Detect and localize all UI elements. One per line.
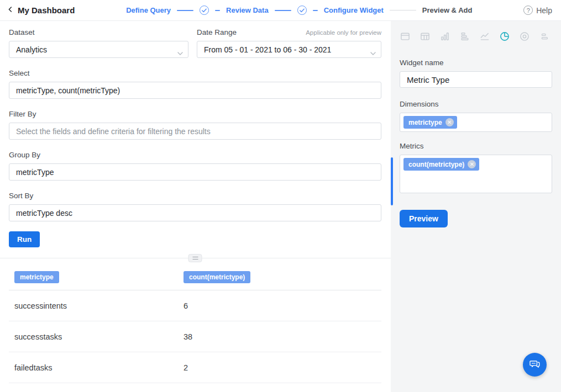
panel-scrollbar[interactable] <box>391 157 393 205</box>
app-header: My Dashboard Define Query Review Data Co… <box>0 0 561 21</box>
date-range-select[interactable]: From 05 - 01 - 2021 to 06 - 30 - 2021 <box>197 41 381 58</box>
chevron-down-icon <box>370 48 376 57</box>
group-by-input[interactable] <box>9 163 381 181</box>
metric-chip-label: count(metrictype) <box>408 161 464 168</box>
step-done-check-icon <box>297 6 307 15</box>
run-button[interactable]: Run <box>9 231 40 247</box>
step-done-check-icon <box>200 6 209 15</box>
widget-type-selector <box>400 31 552 42</box>
dimension-chip-label: metrictype <box>408 119 442 126</box>
date-range-value: From 05 - 01 - 2021 to 06 - 30 - 2021 <box>204 45 331 54</box>
widget-name-label: Widget name <box>400 59 552 67</box>
select-input[interactable] <box>9 82 381 99</box>
sort-by-input[interactable] <box>9 204 381 221</box>
chat-fab-button[interactable] <box>523 353 547 377</box>
table-row: failedtasks 2 <box>9 352 381 383</box>
stepper-connector <box>177 10 193 11</box>
cell-count: 38 <box>183 332 376 341</box>
stepper-connector <box>390 10 416 11</box>
table-row: successtasks 38 <box>9 321 381 352</box>
query-builder-panel: Dataset Analytics Date Range Applicable … <box>0 21 391 392</box>
cell-metrictype: successtasks <box>14 332 183 341</box>
column-chip-count: count(metrictype) <box>183 271 250 283</box>
help-button[interactable]: ? Help <box>523 6 552 15</box>
funnel-chart-widget-icon[interactable] <box>539 31 550 42</box>
dimensions-box[interactable]: metrictype ✕ <box>400 113 552 132</box>
filter-by-input[interactable] <box>9 123 381 140</box>
widget-name-input[interactable] <box>400 71 552 88</box>
cell-metrictype: failedtasks <box>14 363 183 372</box>
card-widget-icon[interactable] <box>400 31 411 42</box>
dataset-label: Dataset <box>9 28 188 36</box>
table-row: failedintents 10 <box>9 383 381 392</box>
wizard-stepper: Define Query Review Data Configure Widge… <box>75 6 523 15</box>
group-by-label: Group By <box>9 151 381 159</box>
dataset-select[interactable]: Analytics <box>9 41 188 58</box>
stepper-connector <box>313 10 318 11</box>
cell-metrictype: successintents <box>14 301 183 310</box>
filter-by-label: Filter By <box>9 110 381 118</box>
bar-chart-widget-icon[interactable] <box>439 31 450 42</box>
table-widget-icon[interactable] <box>420 31 431 42</box>
step-define-query[interactable]: Define Query <box>126 6 171 14</box>
pie-chart-widget-icon[interactable] <box>499 31 510 42</box>
chevron-down-icon <box>177 48 183 57</box>
preview-button[interactable]: Preview <box>400 210 448 227</box>
widget-config-panel: Widget name Dimensions metrictype ✕ Metr… <box>391 21 561 392</box>
select-label: Select <box>9 69 381 77</box>
dimension-chip: metrictype ✕ <box>403 116 457 129</box>
remove-dimension-icon[interactable]: ✕ <box>445 118 454 126</box>
results-table-header: metrictype count(metrictype) <box>9 266 381 290</box>
column-chip-metrictype: metrictype <box>14 271 59 283</box>
date-range-note: Applicable only for preview <box>306 29 381 36</box>
donut-chart-widget-icon[interactable] <box>519 31 530 42</box>
line-chart-widget-icon[interactable] <box>479 31 490 42</box>
remove-metric-icon[interactable]: ✕ <box>468 160 476 168</box>
back-button[interactable]: My Dashboard <box>7 6 75 15</box>
step-configure-widget[interactable]: Configure Widget <box>324 6 384 14</box>
help-label: Help <box>536 6 552 15</box>
results-divider <box>9 254 381 262</box>
table-row: successintents 6 <box>9 290 381 321</box>
metric-chip: count(metrictype) ✕ <box>403 158 479 171</box>
question-circle-icon: ? <box>523 6 533 15</box>
results-table: metrictype count(metrictype) successinte… <box>9 266 381 392</box>
stepper-connector <box>275 10 291 11</box>
date-range-label: Date Range <box>197 28 237 36</box>
metrics-box[interactable]: count(metrictype) ✕ <box>400 155 552 193</box>
horizontal-bar-chart-widget-icon[interactable] <box>459 31 470 42</box>
chat-icon <box>528 358 541 372</box>
back-chevron-icon <box>7 6 14 15</box>
resize-handle[interactable] <box>188 254 202 262</box>
sort-by-label: Sort By <box>9 192 381 200</box>
metrics-label: Metrics <box>400 142 552 150</box>
cell-count: 2 <box>183 363 376 372</box>
step-preview-add[interactable]: Preview & Add <box>422 6 473 14</box>
dimensions-label: Dimensions <box>400 100 552 108</box>
page-title: My Dashboard <box>18 6 75 15</box>
cell-count: 6 <box>183 301 376 310</box>
dataset-value: Analytics <box>16 45 47 54</box>
stepper-connector <box>215 10 220 11</box>
step-review-data[interactable]: Review Data <box>226 6 269 14</box>
